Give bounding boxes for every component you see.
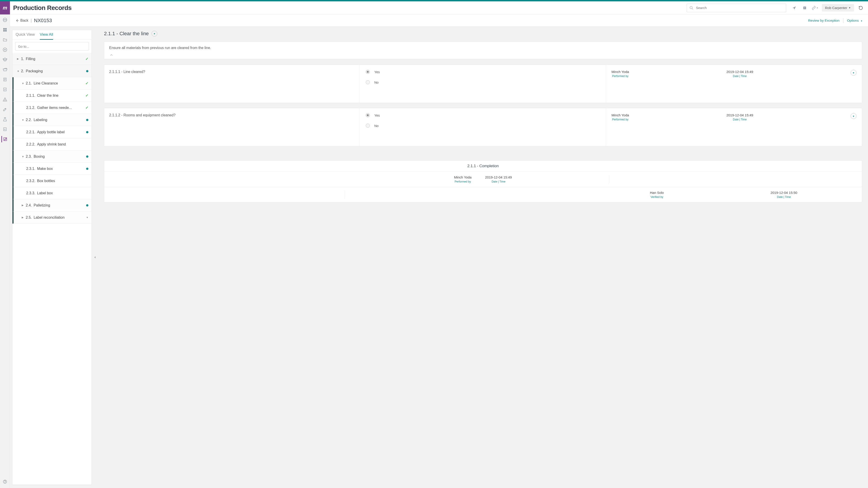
tree-tabs: Quick View View All	[12, 30, 92, 40]
tree-node-apply-shrink-band[interactable]: 2.2.2. Apply shrink band	[12, 138, 92, 151]
node-number: 2.3.1.	[26, 167, 35, 171]
svg-rect-6	[3, 28, 5, 30]
check-icon: ✓	[86, 57, 88, 61]
tree-node-filling[interactable]: ▶ 1. Filling ✓	[12, 53, 92, 65]
instruction-card: Ensure all materials from previous run a…	[104, 41, 862, 59]
review-by-exception-link[interactable]: Review by Exception	[808, 19, 839, 22]
rail-report-icon[interactable]	[2, 126, 8, 132]
tree-node-box-bottles[interactable]: 2.3.2. Box bottles	[12, 175, 92, 187]
main: Back | NX0153 Review by Exception Option…	[10, 14, 868, 488]
tree-node-boxing[interactable]: ▼ 2.3. Boxing	[12, 151, 92, 163]
completion-card: 2.1.1 - Completion Minch Yoda Performed …	[104, 160, 862, 202]
detail-title: 2.1.1 - Clear the line	[104, 31, 149, 37]
rail-dashboard-icon[interactable]	[2, 27, 8, 33]
chevron-right-icon: ▶	[17, 57, 21, 60]
tree-node-make-box[interactable]: 2.3.1. Make box	[12, 163, 92, 175]
svg-rect-4	[804, 8, 805, 9]
rail-document-icon[interactable]	[2, 76, 8, 83]
options-label: Options	[847, 19, 859, 22]
tab-view-all[interactable]: View All	[40, 32, 53, 40]
tree-node-clear-the-line[interactable]: 2.1.1. Clear the line ✓	[12, 90, 92, 102]
options-menu[interactable]: Options ▼	[847, 19, 863, 22]
node-number: 2.2.1.	[26, 130, 35, 134]
back-link[interactable]: Back	[16, 19, 29, 23]
rail-training-icon[interactable]	[2, 57, 8, 63]
node-label: Line Clearance	[34, 81, 86, 86]
node-label: Boxing	[34, 155, 86, 159]
node-label: Apply bottle label	[37, 130, 86, 134]
location-icon[interactable]	[791, 4, 798, 11]
question-dropdown[interactable]: ▼	[850, 70, 857, 76]
radio-yes[interactable]: Yes	[366, 113, 600, 117]
question-answers: Yes No	[360, 65, 606, 103]
node-number: 2.3.2.	[26, 179, 35, 183]
tree-node-label-reconciliation[interactable]: ▶ 2.5. Label reconciliation ▼	[12, 212, 92, 224]
section-dropdown[interactable]: ▼	[151, 31, 157, 37]
completion-row-verified: Han Solo Verified by 2019-12-04 15:50 Da…	[104, 187, 862, 202]
status-dot	[86, 203, 88, 207]
collapse-tree-handle[interactable]	[92, 27, 98, 488]
node-label: Gather items neede...	[37, 106, 86, 110]
performer-name: Minch Yoda	[612, 113, 629, 117]
datetime-block: 2019-12-04 15:49 Date | Time	[726, 113, 753, 121]
rail-edit-icon[interactable]	[2, 106, 8, 112]
tree-node-apply-bottle-label[interactable]: 2.2.1. Apply bottle label	[12, 126, 92, 138]
tree-node-palletizing[interactable]: ▶ 2.4. Palletizing	[12, 199, 92, 212]
performer-label: Performed by	[612, 118, 629, 121]
rail-folder-icon[interactable]	[2, 37, 8, 43]
datetime-label: Date | Time	[771, 195, 797, 199]
svg-rect-17	[4, 88, 6, 91]
link-icon[interactable]: ▼	[811, 4, 819, 11]
radio-no[interactable]: No	[366, 80, 600, 84]
rail-open-folder-icon[interactable]	[2, 66, 8, 73]
datetime-label: Date | Time	[726, 74, 753, 78]
tree-scroll[interactable]: ▶ 1. Filling ✓ ▼ 2. Packaging ▼ 2.1.	[12, 53, 92, 485]
rail-records-icon[interactable]	[1, 136, 8, 142]
node-label: Box bottles	[37, 179, 88, 183]
completion-title: 2.1.1 - Completion	[104, 161, 862, 172]
completion-row-performed: Minch Yoda Performed by 2019-12-04 15:49…	[104, 172, 862, 187]
svg-rect-9	[5, 30, 6, 32]
collapse-instruction-icon[interactable]	[109, 54, 857, 57]
rail-lab-icon[interactable]	[2, 116, 8, 123]
refresh-icon[interactable]	[857, 4, 864, 11]
user-menu[interactable]: Rob Carpenter ▼	[822, 4, 854, 11]
datetime-label: Date | Time	[726, 118, 753, 121]
caret-down-icon: ▼	[86, 216, 88, 219]
node-label: Clear the line	[37, 94, 86, 98]
user-name: Rob Carpenter	[825, 6, 847, 10]
rail-help-icon[interactable]	[2, 479, 8, 485]
app-logo[interactable]: m	[0, 1, 10, 14]
verified-by-block: Han Solo Verified by	[650, 191, 664, 199]
tree-node-packaging[interactable]: ▼ 2. Packaging	[12, 65, 92, 77]
svg-rect-8	[3, 30, 5, 32]
caret-down-icon: ▼	[861, 20, 863, 22]
rail-warning-icon[interactable]	[2, 96, 8, 103]
datetime-value: 2019-12-04 15:50	[771, 191, 797, 195]
radio-label: Yes	[374, 70, 380, 74]
tab-quick-view[interactable]: Quick View	[16, 32, 35, 39]
search-input[interactable]	[687, 4, 786, 12]
left-nav-rail	[0, 14, 10, 488]
question-card-1: 2.1.1.1 - Line cleared? Yes No	[104, 65, 862, 103]
rail-add-icon[interactable]	[2, 46, 8, 53]
radio-icon	[366, 124, 370, 128]
tree-panel: Quick View View All ▶ 1. Filling ✓ ▼	[12, 30, 92, 485]
datetime-block: 2019-12-04 15:49 Date | Time	[485, 175, 512, 183]
tree-node-label-box[interactable]: 2.3.3. Label box	[12, 187, 92, 199]
tree-node-line-clearance[interactable]: ▼ 2.1. Line Clearance ✓	[12, 77, 92, 90]
goto-input[interactable]	[15, 42, 89, 51]
node-label: Apply shrink band	[37, 142, 88, 147]
radio-no[interactable]: No	[366, 124, 600, 128]
tree-node-labeling[interactable]: ▼ 2.2. Labeling	[12, 114, 92, 126]
rail-home-icon[interactable]	[2, 17, 8, 23]
datetime-block: 2019-12-04 15:49 Date | Time	[726, 70, 753, 78]
rail-checklist-icon[interactable]	[2, 86, 8, 93]
tree-node-gather-items[interactable]: 2.1.2. Gather items neede... ✓	[12, 102, 92, 114]
alert-icon[interactable]	[801, 4, 808, 11]
breadcrumb-bar: Back | NX0153 Review by Exception Option…	[10, 14, 868, 27]
question-dropdown[interactable]: ▼	[850, 113, 857, 119]
check-icon: ✓	[86, 93, 88, 98]
radio-yes[interactable]: Yes	[366, 70, 600, 74]
performer-name: Minch Yoda	[612, 70, 629, 74]
